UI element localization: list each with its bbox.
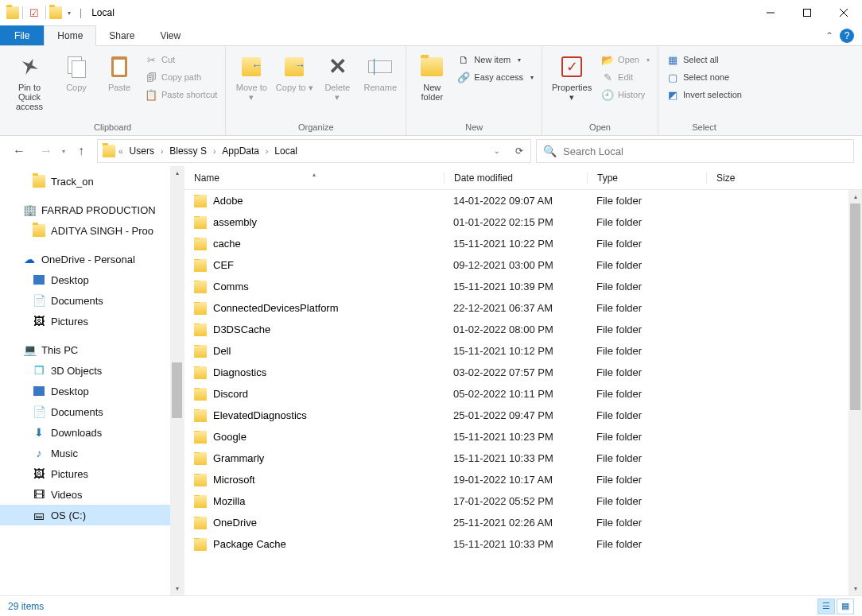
up-button[interactable]: ↑ bbox=[70, 140, 92, 162]
file-date: 01-02-2022 08:00 PM bbox=[444, 323, 587, 335]
table-row[interactable]: Mozilla17-01-2022 05:52 PMFile folder bbox=[184, 490, 862, 512]
paste-shortcut-button[interactable]: 📋Paste shortcut bbox=[142, 86, 220, 103]
open-button[interactable]: 📂Open ▾ bbox=[598, 51, 653, 68]
table-row[interactable]: ConnectedDevicesPlatform22-12-2021 06:37… bbox=[184, 297, 862, 319]
table-row[interactable]: OneDrive25-11-2021 02:26 AMFile folder bbox=[184, 512, 862, 533]
tab-file[interactable]: File bbox=[0, 25, 44, 45]
table-row[interactable]: Adobe14-01-2022 09:07 AMFile folder bbox=[184, 190, 862, 211]
details-view-button[interactable]: ☰ bbox=[817, 599, 835, 614]
table-row[interactable]: Package Cache15-11-2021 10:33 PMFile fol… bbox=[184, 533, 862, 555]
properties-button[interactable]: ✓ Properties▾ bbox=[547, 51, 596, 106]
tab-home[interactable]: Home bbox=[44, 25, 96, 46]
copy-button[interactable]: Copy bbox=[56, 51, 97, 95]
nav-osc[interactable]: 🖴OS (C:) bbox=[0, 505, 184, 525]
forward-button[interactable]: → bbox=[35, 140, 57, 162]
qat-newfolder-icon[interactable] bbox=[49, 6, 62, 19]
move-to-button[interactable]: Move to ▾ bbox=[231, 51, 272, 106]
tab-view[interactable]: View bbox=[147, 25, 193, 45]
breadcrumb-appdata[interactable]: AppData bbox=[219, 145, 262, 157]
back-button[interactable]: ← bbox=[8, 140, 30, 162]
nav-onedrive[interactable]: ☁OneDrive - Personal bbox=[0, 249, 184, 269]
nav-farrad[interactable]: 🏢FARRAD PRODUCTION bbox=[0, 200, 184, 220]
scroll-up-icon[interactable]: ▴ bbox=[170, 166, 184, 180]
nav-pictures[interactable]: 🖼Pictures bbox=[0, 463, 184, 484]
select-all-button[interactable]: ▦Select all bbox=[663, 51, 745, 68]
nav-desktop[interactable]: Desktop bbox=[0, 381, 184, 401]
nav-downloads[interactable]: ⬇Downloads bbox=[0, 422, 184, 443]
nav-music[interactable]: ♪Music bbox=[0, 443, 184, 463]
table-row[interactable]: Diagnostics03-02-2022 07:57 PMFile folde… bbox=[184, 362, 862, 383]
delete-button[interactable]: ✕ Delete▾ bbox=[316, 51, 358, 106]
table-row[interactable]: CEF09-12-2021 03:00 PMFile folder bbox=[184, 254, 862, 276]
tab-share[interactable]: Share bbox=[96, 25, 147, 45]
invert-selection-button[interactable]: ◩Invert selection bbox=[663, 86, 745, 103]
new-item-button[interactable]: 🗋New item ▾ bbox=[454, 51, 537, 68]
table-row[interactable]: Comms15-11-2021 10:39 PMFile folder bbox=[184, 276, 862, 297]
nav-thispc[interactable]: 💻This PC bbox=[0, 339, 184, 360]
paste-button[interactable]: Paste bbox=[99, 51, 140, 95]
breadcrumb-local[interactable]: Local bbox=[271, 145, 301, 157]
file-name: ElevatedDiagnostics bbox=[213, 409, 307, 421]
help-icon[interactable]: ? bbox=[840, 29, 854, 43]
table-row[interactable]: Grammarly15-11-2021 10:33 PMFile folder bbox=[184, 447, 862, 469]
col-size[interactable]: Size bbox=[706, 172, 786, 184]
qat-properties-icon[interactable]: ☑ bbox=[26, 5, 42, 21]
list-scroll-down-icon[interactable]: ▾ bbox=[848, 582, 862, 595]
address-dropdown[interactable]: ⌄ bbox=[486, 140, 508, 162]
rename-button[interactable]: Rename bbox=[359, 51, 401, 95]
refresh-button[interactable]: ⟳ bbox=[508, 140, 530, 162]
scroll-down-icon[interactable]: ▾ bbox=[170, 582, 184, 595]
collapse-ribbon-icon[interactable]: ⌃ bbox=[825, 30, 833, 41]
col-type[interactable]: Type bbox=[587, 172, 706, 184]
scroll-thumb[interactable] bbox=[172, 362, 182, 418]
nav-documents[interactable]: 📄Documents bbox=[0, 401, 184, 422]
nav-od-desktop[interactable]: Desktop bbox=[0, 269, 184, 290]
table-row[interactable]: assembly01-01-2022 02:15 PMFile folder bbox=[184, 211, 862, 233]
copy-path-button[interactable]: 🗐Copy path bbox=[142, 68, 220, 86]
list-scroll-up-icon[interactable]: ▴ bbox=[848, 190, 862, 203]
table-row[interactable]: D3DSCache01-02-2022 08:00 PMFile folder bbox=[184, 319, 862, 340]
table-row[interactable]: ElevatedDiagnostics25-01-2022 09:47 PMFi… bbox=[184, 405, 862, 426]
search-input[interactable] bbox=[563, 145, 847, 157]
table-row[interactable]: Microsoft19-01-2022 10:17 AMFile folder bbox=[184, 469, 862, 490]
minimize-button[interactable] bbox=[752, 0, 789, 25]
table-row[interactable]: Google15-11-2021 10:23 PMFile folder bbox=[184, 426, 862, 447]
close-button[interactable] bbox=[825, 0, 862, 25]
file-date: 17-01-2022 05:52 PM bbox=[444, 495, 587, 507]
nav-3dobjects[interactable]: ❒3D Objects bbox=[0, 360, 184, 381]
table-row[interactable]: Discord05-02-2022 10:11 PMFile folder bbox=[184, 383, 862, 405]
copy-to-button[interactable]: Copy to ▾ bbox=[274, 51, 315, 96]
select-none-button[interactable]: ▢Select none bbox=[663, 68, 745, 86]
nav-od-documents[interactable]: 📄Documents bbox=[0, 290, 184, 311]
nav-od-pictures[interactable]: 🖼Pictures bbox=[0, 311, 184, 331]
filelist-scrollbar[interactable]: ▴ ▾ bbox=[848, 190, 862, 595]
recent-locations-dropdown[interactable]: ▾ bbox=[62, 148, 65, 155]
qat-customize-dropdown[interactable]: ▾ bbox=[65, 10, 73, 17]
nav-videos[interactable]: 🎞Videos bbox=[0, 484, 184, 505]
new-folder-button[interactable]: New folder bbox=[411, 51, 452, 105]
address-bar[interactable]: « Users› Blessy S› AppData› Local ⌄ ⟳ bbox=[97, 139, 531, 163]
group-clipboard-label: Clipboard bbox=[5, 122, 220, 134]
icons-view-button[interactable]: ▦ bbox=[837, 599, 854, 614]
nav-aditya[interactable]: ADITYA SINGH - Proo bbox=[0, 220, 184, 241]
easy-access-button[interactable]: 🔗Easy access ▾ bbox=[454, 68, 537, 86]
table-row[interactable]: Dell15-11-2021 10:12 PMFile folder bbox=[184, 340, 862, 362]
col-date[interactable]: Date modified bbox=[444, 172, 587, 184]
breadcrumb-users[interactable]: Users bbox=[126, 145, 157, 157]
file-type: File folder bbox=[587, 517, 706, 529]
file-date: 01-01-2022 02:15 PM bbox=[444, 216, 587, 228]
history-button[interactable]: 🕘History bbox=[598, 86, 653, 103]
cut-button[interactable]: ✂Cut bbox=[142, 51, 220, 68]
breadcrumb-blessy[interactable]: Blessy S bbox=[166, 145, 210, 157]
search-box[interactable]: 🔍 bbox=[536, 139, 854, 163]
pin-quickaccess-button[interactable]: Pin to Quick access bbox=[5, 51, 54, 114]
list-scroll-thumb[interactable] bbox=[850, 203, 860, 410]
table-row[interactable]: cache15-11-2021 10:22 PMFile folder bbox=[184, 233, 862, 254]
file-type: File folder bbox=[587, 366, 706, 378]
navpane-scrollbar[interactable]: ▴ ▾ bbox=[170, 166, 184, 595]
col-name[interactable]: ▴Name bbox=[184, 172, 444, 184]
maximize-button[interactable] bbox=[789, 0, 825, 25]
nav-trackon[interactable]: Track_on bbox=[0, 171, 184, 192]
newfolder-icon bbox=[421, 57, 443, 76]
edit-button[interactable]: ✎Edit bbox=[598, 68, 653, 86]
